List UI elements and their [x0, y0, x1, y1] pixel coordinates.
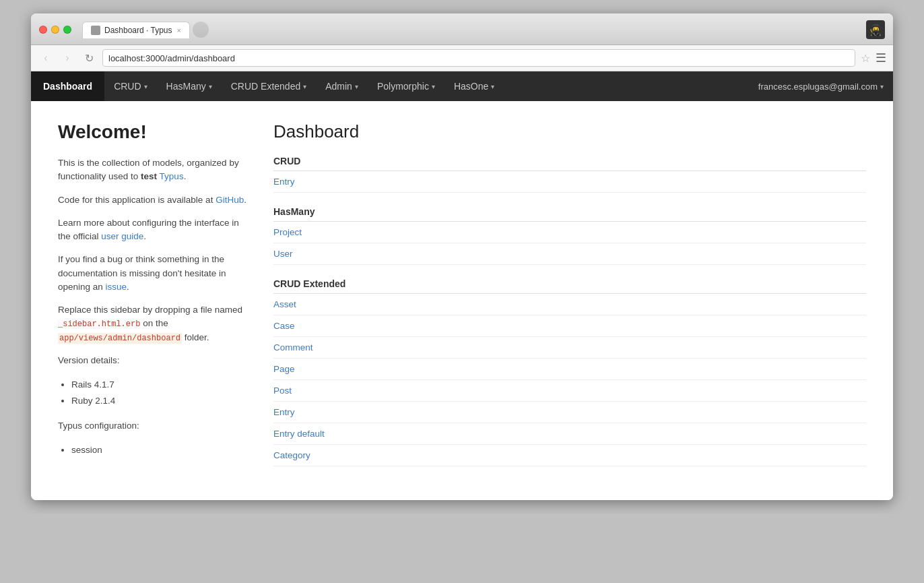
tab-close-button[interactable]: ×	[177, 26, 181, 34]
section-heading-crud: CRUD	[273, 156, 866, 171]
nav-item-hasmany-label: HasMany	[166, 81, 206, 92]
chevron-down-icon: ▾	[209, 83, 212, 90]
dashboard-content: Dashboard CRUD Entry HasMany Project Use…	[273, 121, 866, 480]
nav-item-hasmany[interactable]: HasMany ▾	[157, 71, 222, 101]
sidebar-userguide: Learn more about configuring the interfa…	[58, 216, 246, 244]
section-hasmany: HasMany Project User	[273, 206, 866, 265]
link-user[interactable]: User	[273, 243, 866, 265]
sidebar-bug-text: If you find a bug or think something in …	[58, 254, 226, 292]
section-crud-extended: CRUD Extended Asset Case Comment Page Po…	[273, 278, 866, 466]
minimize-window-button[interactable]	[51, 26, 59, 34]
sidebar-version-heading: Version details:	[58, 354, 246, 367]
list-item: Ruby 2.1.4	[71, 393, 246, 409]
nav-item-admin-label: Admin	[325, 81, 352, 92]
list-item: Rails 4.1.7	[71, 377, 246, 393]
link-case[interactable]: Case	[273, 315, 866, 337]
sidebar: Welcome! This is the collection of model…	[58, 121, 273, 480]
sidebar-versions-list: Rails 4.1.7 Ruby 2.1.4	[71, 377, 246, 410]
browser-tab[interactable]: Dashboard · Typus ×	[82, 22, 190, 38]
nav-item-crud[interactable]: CRUD ▾	[104, 71, 156, 101]
nav-user-menu[interactable]: francesc.esplugas@gmail.com ▾	[749, 71, 893, 101]
nav-item-polymorphic-label: Polymorphic	[377, 81, 429, 92]
nav-item-crud-extended-label: CRUD Extended	[231, 81, 301, 92]
nav-item-polymorphic[interactable]: Polymorphic ▾	[368, 71, 444, 101]
nav-item-hasone-label: HasOne	[454, 81, 488, 92]
nav-item-crud-extended[interactable]: CRUD Extended ▾	[222, 71, 317, 101]
app-nav: Dashboard CRUD ▾ HasMany ▾ CRUD Extended…	[31, 71, 893, 101]
nav-item-hasone[interactable]: HasOne ▾	[444, 71, 504, 101]
chevron-down-icon: ▾	[491, 83, 494, 90]
sidebar-heading: Welcome!	[58, 121, 246, 143]
sidebar-userguide-text: Learn more about configuring the interfa…	[58, 218, 239, 241]
section-heading-hasmany: HasMany	[273, 206, 866, 222]
link-entry-extended[interactable]: Entry	[273, 402, 866, 423]
github-link[interactable]: GitHub	[216, 195, 244, 205]
sidebar-config-heading: Typus configuration:	[58, 419, 246, 433]
sidebar-on-text: on the	[143, 318, 168, 328]
tab-bar: Dashboard · Typus ×	[82, 22, 861, 38]
sidebar-config-list: session	[71, 442, 246, 458]
typus-link[interactable]: Typus	[160, 171, 184, 181]
browser-toolbar: ‹ › ↻ ☆ ☰	[31, 45, 893, 71]
section-heading-crud-extended: CRUD Extended	[273, 278, 866, 294]
traffic-lights	[39, 26, 71, 34]
chevron-down-icon: ▾	[432, 83, 435, 90]
browser-titlebar: Dashboard · Typus × 🥷	[31, 13, 893, 45]
link-project[interactable]: Project	[273, 222, 866, 243]
extension-icon[interactable]: 🥷	[866, 20, 885, 39]
tab-favicon	[91, 26, 100, 35]
sidebar-file: Replace this sidebar by dropping a file …	[58, 303, 246, 344]
list-item: session	[71, 442, 246, 458]
bookmark-icon[interactable]: ☆	[861, 52, 870, 65]
link-asset[interactable]: Asset	[273, 294, 866, 315]
app-content: Dashboard CRUD ▾ HasMany ▾ CRUD Extended…	[31, 71, 893, 500]
issue-link[interactable]: issue	[106, 282, 127, 292]
sidebar-github-text: Code for this application is available a…	[58, 195, 216, 205]
nav-item-admin[interactable]: Admin ▾	[316, 71, 368, 101]
nav-brand[interactable]: Dashboard	[31, 71, 104, 101]
link-category[interactable]: Category	[273, 445, 866, 466]
address-bar[interactable]	[102, 49, 855, 67]
sidebar-github: Code for this application is available a…	[58, 193, 246, 207]
main-container: Welcome! This is the collection of model…	[31, 101, 893, 500]
chevron-down-icon: ▾	[355, 83, 358, 90]
sidebar-code2: app/views/admin/dashboard	[58, 333, 182, 344]
dashboard-heading: Dashboard	[273, 121, 866, 142]
forward-button[interactable]: ›	[59, 50, 75, 66]
maximize-window-button[interactable]	[63, 26, 71, 34]
back-button[interactable]: ‹	[38, 50, 54, 66]
refresh-button[interactable]: ↻	[81, 50, 97, 66]
link-post[interactable]: Post	[273, 380, 866, 402]
userguide-link[interactable]: user guide	[101, 231, 143, 241]
section-crud: CRUD Entry	[273, 156, 866, 193]
nav-user-email: francesc.esplugas@gmail.com	[758, 82, 878, 92]
link-entry-default[interactable]: Entry default	[273, 423, 866, 445]
new-tab-button[interactable]	[193, 22, 209, 38]
link-page[interactable]: Page	[273, 359, 866, 380]
chevron-down-icon: ▾	[880, 83, 884, 90]
sidebar-file-text: Replace this sidebar by dropping a file …	[58, 305, 242, 315]
link-comment[interactable]: Comment	[273, 337, 866, 359]
sidebar-code1: _sidebar.html.erb	[58, 319, 140, 329]
sidebar-intro: This is the collection of models, organi…	[58, 156, 246, 184]
sidebar-intro-bold: test	[141, 171, 157, 181]
menu-icon[interactable]: ☰	[876, 51, 886, 65]
sidebar-folder-text: folder.	[185, 332, 209, 342]
chevron-down-icon: ▾	[144, 83, 147, 90]
chevron-down-icon: ▾	[303, 83, 306, 90]
link-entry-crud[interactable]: Entry	[273, 171, 866, 193]
close-window-button[interactable]	[39, 26, 47, 34]
tab-title: Dashboard · Typus	[104, 26, 172, 35]
browser-window: Dashboard · Typus × 🥷 ‹ › ↻ ☆ ☰ Dashboar…	[31, 13, 893, 500]
sidebar-bug: If you find a bug or think something in …	[58, 253, 246, 294]
nav-item-crud-label: CRUD	[114, 81, 141, 92]
